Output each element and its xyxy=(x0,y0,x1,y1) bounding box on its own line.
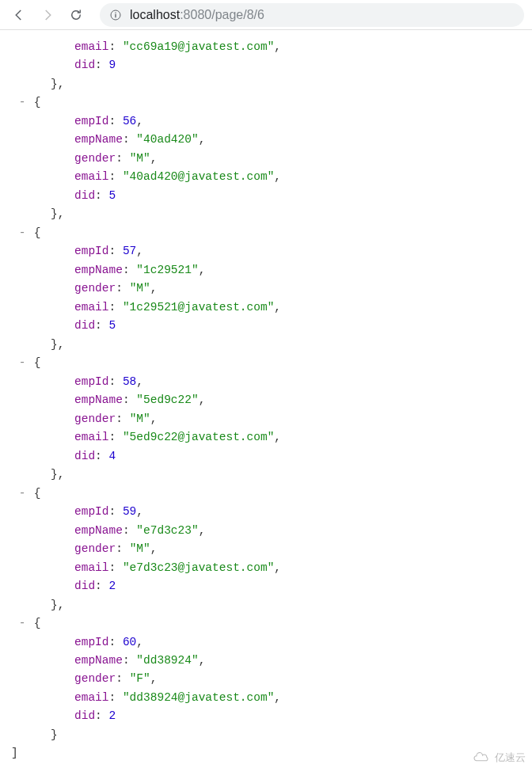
arrow-left-icon xyxy=(12,8,26,22)
json-object-close: }, xyxy=(8,75,524,93)
json-prop-empName: empName: "1c29521", xyxy=(8,261,524,279)
collapse-toggle-icon[interactable]: - xyxy=(17,614,27,633)
collapse-toggle-icon[interactable]: - xyxy=(17,224,27,242)
json-prop-email: email: "e7d3c23@javatest.com", xyxy=(8,559,524,577)
json-prop-gender: gender: "M", xyxy=(8,540,524,558)
json-prop-empId: empId: 57, xyxy=(8,242,524,260)
json-prop-did: did: 2 xyxy=(8,577,524,595)
json-object-open: - { xyxy=(8,354,524,372)
watermark-text: 亿速云 xyxy=(495,751,526,765)
collapse-toggle-icon[interactable]: - xyxy=(17,354,27,372)
json-prop-did: did: 5 xyxy=(8,187,524,205)
url-path: :8080/page/8/6 xyxy=(180,8,264,22)
json-object-close: }, xyxy=(8,466,524,484)
json-prop-email: email: "40ad420@javatest.com", xyxy=(8,168,524,186)
json-viewer: email: "cc69a19@javatest.com",did: 9},- … xyxy=(0,30,532,763)
json-object-close: }, xyxy=(8,596,524,614)
json-array-close: ] xyxy=(8,744,524,762)
json-prop-email: email: "1c29521@javatest.com", xyxy=(8,298,524,317)
json-object-close: }, xyxy=(8,205,524,223)
json-prop-did: did: 5 xyxy=(8,317,524,335)
json-prop-did: did: 9 xyxy=(8,56,524,74)
collapse-toggle-icon[interactable]: - xyxy=(17,485,27,503)
json-prop-gender: gender: "F", xyxy=(8,670,524,688)
json-object-open: - { xyxy=(8,93,524,112)
forward-button[interactable] xyxy=(36,4,59,26)
watermark: 亿速云 xyxy=(472,751,526,765)
json-prop-empName: empName: "40ad420", xyxy=(8,131,524,149)
address-bar[interactable]: localhost:8080/page/8/6 xyxy=(100,3,524,27)
url-text: localhost:8080/page/8/6 xyxy=(130,8,264,22)
reload-icon xyxy=(69,8,83,22)
json-prop-empId: empId: 60, xyxy=(8,633,524,652)
json-prop-empId: empId: 58, xyxy=(8,373,524,391)
json-object-open: - { xyxy=(8,614,524,633)
url-host: localhost xyxy=(130,8,180,22)
json-prop-empName: empName: "dd38924", xyxy=(8,652,524,670)
json-object-close: }, xyxy=(8,336,524,354)
json-prop-email: email: "cc69a19@javatest.com", xyxy=(8,38,524,56)
json-object-close: } xyxy=(8,726,524,744)
json-prop-empId: empId: 56, xyxy=(8,112,524,131)
json-prop-did: did: 2 xyxy=(8,707,524,725)
json-prop-email: email: "5ed9c22@javatest.com", xyxy=(8,428,524,447)
json-prop-did: did: 4 xyxy=(8,447,524,466)
back-button[interactable] xyxy=(8,4,30,26)
browser-toolbar: localhost:8080/page/8/6 xyxy=(0,0,532,30)
json-prop-gender: gender: "M", xyxy=(8,279,524,298)
collapse-toggle-icon[interactable]: - xyxy=(17,93,27,112)
json-object-open: - { xyxy=(8,224,524,242)
cloud-icon xyxy=(472,752,491,763)
json-prop-empId: empId: 59, xyxy=(8,503,524,521)
reload-button[interactable] xyxy=(65,4,87,26)
json-prop-empName: empName: "e7d3c23", xyxy=(8,522,524,540)
json-prop-empName: empName: "5ed9c22", xyxy=(8,391,524,409)
site-info-icon[interactable] xyxy=(109,9,122,21)
json-prop-gender: gender: "M", xyxy=(8,410,524,428)
json-prop-email: email: "dd38924@javatest.com", xyxy=(8,689,524,707)
json-object-open: - { xyxy=(8,485,524,503)
arrow-right-icon xyxy=(40,8,55,22)
json-prop-gender: gender: "M", xyxy=(8,150,524,168)
